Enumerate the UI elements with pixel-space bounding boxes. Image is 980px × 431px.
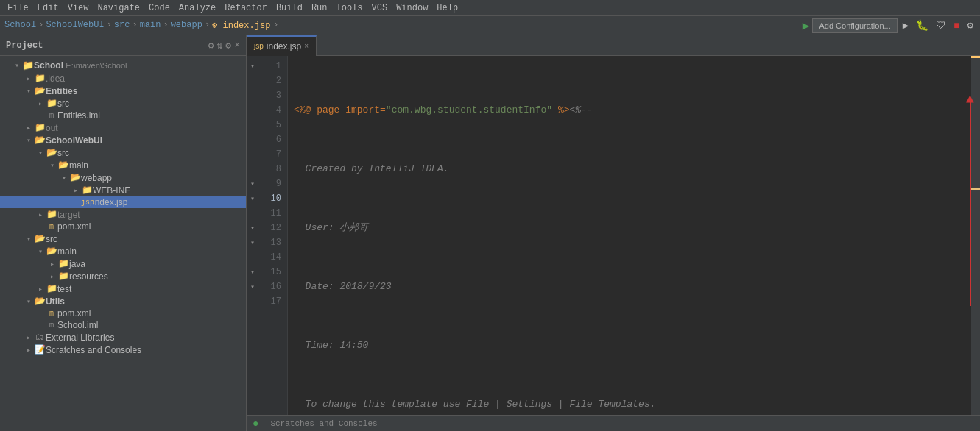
expand-arrow[interactable]: ▸	[35, 99, 46, 108]
expand-arrow[interactable]: ▸	[35, 285, 46, 293]
expand-arrow[interactable]: ▸	[24, 333, 34, 342]
breadcrumb-main[interactable]: main	[140, 20, 161, 30]
expand-arrow[interactable]: ▾	[35, 247, 46, 256]
tree-item-src-test[interactable]: ▸ 📁 test	[0, 282, 246, 295]
sidebar-close-icon[interactable]: ×	[234, 40, 240, 51]
expand-arrow[interactable]: ▾	[59, 174, 69, 182]
breadcrumb-school[interactable]: School	[4, 20, 36, 30]
folder-open-icon: 📂	[46, 246, 57, 257]
run-button[interactable]: ▶	[900, 19, 911, 32]
menu-file[interactable]: File	[3, 1, 33, 15]
coverage-button[interactable]: 🛡	[934, 20, 948, 32]
expand-arrow[interactable]: ▸	[24, 74, 34, 83]
tree-item-entities-iml[interactable]: ▸ m Entities.iml	[0, 110, 246, 121]
expand-arrow[interactable]: ▸	[24, 346, 34, 355]
tree-item-utils[interactable]: ▾ 📂 Utils	[0, 295, 246, 307]
breadcrumb-webapp[interactable]: webapp	[171, 20, 202, 30]
menu-code[interactable]: Code	[144, 1, 175, 15]
tree-label-out: out	[46, 123, 58, 133]
expand-arrow[interactable]: ▾	[24, 87, 34, 96]
menu-analyze[interactable]: Analyze	[175, 1, 220, 15]
tree-label-src-java: java	[69, 259, 85, 269]
fold-icon[interactable]: ▾	[250, 194, 255, 203]
menu-run[interactable]: Run	[307, 1, 332, 15]
fold-icon[interactable]: ▾	[250, 238, 255, 247]
tree-item-entities[interactable]: ▾ 📂 Entities	[0, 85, 246, 97]
expand-arrow[interactable]: ▾	[24, 297, 34, 306]
tree-item-utils-iml[interactable]: ▸ m School.iml	[0, 319, 246, 331]
menu-view[interactable]: View	[63, 1, 94, 15]
sidebar-settings-icon[interactable]: ⚙	[208, 40, 214, 51]
breadcrumb-src[interactable]: src	[114, 20, 130, 30]
folder-open-icon: 📂	[34, 296, 46, 307]
sidebar-expand-icon[interactable]: ⇅	[217, 40, 223, 51]
menu-vcs[interactable]: VCS	[367, 1, 392, 15]
fold-icon[interactable]: ▾	[250, 62, 255, 71]
expand-arrow[interactable]: ▸	[47, 272, 57, 281]
tree-label-src-test: test	[57, 284, 71, 294]
tree-item-src-java[interactable]: ▸ 📁 java	[0, 257, 246, 270]
tab-close-button[interactable]: ×	[304, 42, 309, 50]
tree-item-entities-src[interactable]: ▸ 📁 src	[0, 97, 246, 110]
tree-label-src-main: main	[57, 246, 77, 257]
breadcrumb-file[interactable]: ⚙ index.jsp	[212, 20, 270, 31]
menu-navigate[interactable]: Navigate	[93, 1, 144, 15]
jsp-icon: jsp	[81, 199, 93, 207]
tree-item-src-resources[interactable]: ▸ 📁 resources	[0, 270, 246, 282]
tree-label-swui-pom: pom.xml	[57, 221, 91, 232]
tree-item-src[interactable]: ▾ 📂 src	[0, 232, 246, 245]
no-arrow: ▸	[35, 111, 46, 120]
folder-open-icon: 📂	[34, 135, 46, 146]
fold-icon[interactable]: ▾	[250, 268, 255, 277]
menu-window[interactable]: Window	[392, 1, 432, 15]
menu-help[interactable]: Help	[432, 1, 462, 15]
code-line-1: <%@ page import="com.wbg.student.student…	[294, 103, 965, 118]
tree-item-utils-pom[interactable]: ▸ m pom.xml	[0, 307, 246, 319]
tree-item-swui-target[interactable]: ▸ 📁 target	[0, 208, 246, 221]
code-content[interactable]: <%@ page import="com.wbg.student.student…	[288, 56, 971, 415]
expand-arrow[interactable]: ▸	[24, 124, 34, 132]
expand-arrow[interactable]: ▾	[47, 161, 57, 170]
tree-label-schoolwebui: SchoolWebUI	[46, 135, 102, 146]
tree-item-schoolwebui[interactable]: ▾ 📂 SchoolWebUI	[0, 134, 246, 146]
tab-index-jsp[interactable]: jsp index.jsp ×	[247, 35, 317, 56]
expand-arrow[interactable]: ▾	[35, 149, 46, 157]
tree-item-swui-main[interactable]: ▾ 📂 main	[0, 159, 246, 171]
menu-build[interactable]: Build	[272, 1, 307, 15]
tree-item-out[interactable]: ▸ 📁 out	[0, 121, 246, 134]
tree-item-swui-index[interactable]: ▸ jsp index.jsp	[0, 196, 246, 208]
tree-item-src-main[interactable]: ▾ 📂 main	[0, 245, 246, 257]
menu-refactor[interactable]: Refactor	[220, 1, 272, 15]
tree-item-swui-pom[interactable]: ▸ m pom.xml	[0, 221, 246, 232]
sidebar: Project ⚙ ⇅ ⚙ × ▾ 📁 School E:\maven\Scho…	[0, 35, 247, 431]
stop-button[interactable]: ■	[951, 20, 962, 32]
add-configuration-button[interactable]: Add Configuration...	[812, 18, 897, 33]
tree-item-swui-src[interactable]: ▾ 📂 src	[0, 146, 246, 159]
fold-icon[interactable]: ▾	[250, 282, 255, 291]
tree-item-swui-webinf[interactable]: ▸ 📁 WEB-INF	[0, 184, 246, 196]
expand-arrow[interactable]: ▸	[47, 260, 57, 268]
expand-arrow[interactable]: ▸	[71, 186, 81, 195]
tree-label-utils: Utils	[46, 296, 65, 307]
tree-item-scratches[interactable]: ▸ 📝 Scratches and Consoles	[0, 343, 246, 356]
debug-button[interactable]: 🐛	[914, 19, 931, 32]
expand-arrow[interactable]: ▾	[24, 136, 34, 145]
tree-item-swui-webapp[interactable]: ▾ 📂 webapp	[0, 171, 246, 184]
fold-icon[interactable]: ▾	[250, 179, 255, 188]
fold-icon[interactable]: ▾	[250, 224, 255, 232]
menu-edit[interactable]: Edit	[33, 1, 63, 15]
expand-arrow[interactable]: ▾	[24, 235, 34, 243]
code-line-3: User: 小邦哥	[294, 221, 965, 235]
menu-tools[interactable]: Tools	[332, 1, 367, 15]
line-numbers: 1 2 3 4 5 6 7 8 9 10 11 12 13 14 15 16 1…	[258, 56, 288, 415]
expand-arrow[interactable]: ▸	[35, 210, 46, 219]
expand-arrow[interactable]: ▾	[12, 61, 22, 70]
sidebar-gear-icon[interactable]: ⚙	[225, 40, 231, 51]
tree-item-idea[interactable]: ▸ 📁 .idea	[0, 72, 246, 85]
sidebar-title: Project	[6, 40, 43, 51]
tree-item-ext-libs[interactable]: ▸ 🗂 External Libraries	[0, 331, 246, 343]
tree-item-school-root[interactable]: ▾ 📁 School E:\maven\School	[0, 59, 246, 72]
breadcrumb-schoolwebui[interactable]: SchoolWebUI	[46, 20, 104, 30]
tree-label-idea: .idea	[46, 74, 65, 84]
settings-button[interactable]: ⚙	[965, 19, 976, 32]
